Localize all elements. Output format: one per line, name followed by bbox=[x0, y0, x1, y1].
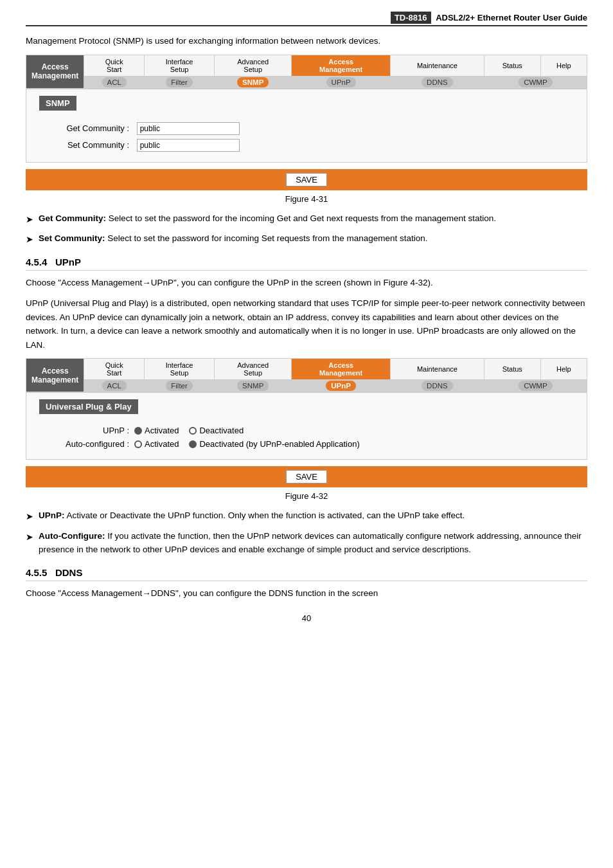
sub-cwmp[interactable]: CWMP bbox=[484, 76, 587, 88]
upnp-nav-maintenance[interactable]: Maintenance bbox=[390, 359, 484, 380]
upnp-radio-label: UPnP : bbox=[39, 426, 129, 435]
get-community-input[interactable] bbox=[137, 122, 240, 135]
figure-31-caption: Figure 4-31 bbox=[26, 194, 587, 204]
bullet-upnp-label: UPnP: bbox=[39, 511, 65, 520]
nav-maintenance[interactable]: Maintenance bbox=[390, 55, 484, 76]
snmp-content-area: SNMP Get Community : Set Community : bbox=[26, 89, 587, 163]
upnp-activated-radio[interactable] bbox=[134, 427, 142, 435]
upnp-save-button[interactable]: SAVE bbox=[286, 470, 327, 484]
upnp-nav-help[interactable]: Help bbox=[540, 359, 587, 380]
upnp-sub-ddns[interactable]: DDNS bbox=[390, 380, 484, 392]
sub-snmp[interactable]: SNMP bbox=[215, 76, 292, 88]
upnp-router-ui: Access Management QuickStart InterfaceSe… bbox=[26, 358, 587, 487]
upnp-activated-text: Activated bbox=[145, 426, 179, 435]
sub-upnp[interactable]: UPnP bbox=[292, 76, 391, 88]
upnp-deactivated-radio[interactable] bbox=[189, 427, 197, 435]
sub-filter[interactable]: Filter bbox=[145, 76, 215, 88]
upnp-sub-cwmp[interactable]: CWMP bbox=[484, 380, 587, 392]
autoconfig-activated-option[interactable]: Activated bbox=[134, 439, 179, 449]
autoconfig-deactivated-text: Deactivated (by UPnP-enabled Application… bbox=[199, 439, 359, 449]
upnp-sub-upnp[interactable]: UPnP bbox=[292, 380, 391, 392]
nav-access-management[interactable]: AccessManagement bbox=[292, 55, 391, 76]
upnp-intro2: UPnP (Universal Plug and Play) is a dist… bbox=[26, 296, 587, 352]
upnp-intro1: Choose "Access Management→UPnP", you can… bbox=[26, 276, 587, 290]
upnp-save-bar: SAVE bbox=[26, 466, 587, 487]
bullet-set-community: ➤ Set Community: Select to set the passw… bbox=[26, 231, 587, 246]
autoconfig-radio-row: Auto-configured : Activated Deactivated … bbox=[39, 439, 574, 449]
page-number: 40 bbox=[26, 613, 587, 623]
bullet-autoconfig: ➤ Auto-Configure: If you activate the fu… bbox=[26, 529, 587, 557]
bullet-set-text: Set Community: Select to set the passwor… bbox=[39, 231, 428, 246]
bullet-arrow-1: ➤ bbox=[26, 212, 33, 226]
bullet-upnp: ➤ UPnP: Activate or Deactivate the UPnP … bbox=[26, 509, 587, 523]
autoconfig-activated-radio[interactable] bbox=[134, 440, 142, 448]
nav-interface-setup[interactable]: InterfaceSetup bbox=[145, 55, 215, 76]
autoconfig-deactivated-option[interactable]: Deactivated (by UPnP-enabled Application… bbox=[189, 439, 359, 449]
upnp-sub-acl[interactable]: ACL bbox=[84, 380, 145, 392]
bullet-get-community: ➤ Get Community: Select to set the passw… bbox=[26, 212, 587, 226]
upnp-nav-table: Access Management QuickStart InterfaceSe… bbox=[26, 358, 587, 392]
page-title: ADSL2/2+ Ethernet Router User Guide bbox=[436, 13, 587, 23]
nav-advanced-setup[interactable]: AdvancedSetup bbox=[215, 55, 292, 76]
upnp-content-area: Universal Plug & Play UPnP : Activated D… bbox=[26, 392, 587, 460]
autoconfig-activated-text: Activated bbox=[145, 439, 179, 449]
upnp-nav-status[interactable]: Status bbox=[484, 359, 540, 380]
model-number: TD-8816 bbox=[391, 12, 431, 24]
bullet-arrow-3: ➤ bbox=[26, 509, 33, 523]
intro-text: Management Protocol (SNMP) is used for e… bbox=[26, 34, 587, 48]
ddns-intro: Choose "Access Management→DDNS", you can… bbox=[26, 586, 587, 601]
section-454-title: 4.5.4 UPnP bbox=[26, 257, 587, 271]
bullet-set-label: Set Community: bbox=[39, 233, 105, 243]
snmp-nav-table: Access Management QuickStart InterfaceSe… bbox=[26, 55, 587, 89]
bullet-upnp-text: UPnP: Activate or Deactivate the UPnP fu… bbox=[39, 509, 465, 523]
upnp-nav-advanced-setup[interactable]: AdvancedSetup bbox=[215, 359, 292, 380]
set-community-label: Set Community : bbox=[39, 140, 129, 150]
bullet-get-label: Get Community: bbox=[39, 213, 106, 223]
upnp-deactivated-text: Deactivated bbox=[199, 426, 244, 435]
nav-status[interactable]: Status bbox=[484, 55, 540, 76]
snmp-section-header: SNMP bbox=[39, 96, 76, 111]
upnp-deactivated-option[interactable]: Deactivated bbox=[189, 426, 244, 435]
set-community-input[interactable] bbox=[137, 139, 240, 152]
upnp-sub-snmp[interactable]: SNMP bbox=[215, 380, 292, 392]
get-community-label: Get Community : bbox=[39, 123, 129, 133]
page-header: TD-8816 ADSL2/2+ Ethernet Router User Gu… bbox=[26, 13, 587, 26]
upnp-nav-interface-setup[interactable]: InterfaceSetup bbox=[145, 359, 215, 380]
section-455-title: 4.5.5 DDNS bbox=[26, 567, 587, 581]
set-community-row: Set Community : bbox=[39, 139, 574, 152]
upnp-nav-access-management[interactable]: AccessManagement bbox=[292, 359, 391, 380]
upnp-nav-left: Access Management bbox=[26, 359, 84, 392]
bullet-autoconfig-label: Auto-Configure: bbox=[39, 531, 105, 541]
snmp-nav-left: Access Management bbox=[26, 55, 84, 88]
figure-32-caption: Figure 4-32 bbox=[26, 491, 587, 501]
nav-help[interactable]: Help bbox=[540, 55, 587, 76]
autoconfig-deactivated-radio[interactable] bbox=[189, 440, 197, 448]
autoconfig-label: Auto-configured : bbox=[39, 439, 129, 449]
upnp-nav-quick-start[interactable]: QuickStart bbox=[84, 359, 145, 380]
nav-quick-start[interactable]: QuickStart bbox=[84, 55, 145, 76]
snmp-save-button[interactable]: SAVE bbox=[286, 173, 327, 186]
snmp-save-bar: SAVE bbox=[26, 169, 587, 190]
get-community-row: Get Community : bbox=[39, 122, 574, 135]
sub-acl[interactable]: ACL bbox=[84, 76, 145, 88]
bullet-get-text: Get Community: Select to set the passwor… bbox=[39, 212, 496, 226]
bullet-arrow-2: ➤ bbox=[26, 232, 33, 246]
bullet-autoconfig-text: Auto-Configure: If you activate the func… bbox=[39, 529, 587, 557]
upnp-section-header: Universal Plug & Play bbox=[39, 399, 138, 414]
sub-ddns[interactable]: DDNS bbox=[390, 76, 484, 88]
upnp-sub-filter[interactable]: Filter bbox=[145, 380, 215, 392]
bullet-arrow-4: ➤ bbox=[26, 530, 33, 544]
upnp-radio-row: UPnP : Activated Deactivated bbox=[39, 426, 574, 435]
upnp-activated-option[interactable]: Activated bbox=[134, 426, 179, 435]
snmp-router-ui: Access Management QuickStart InterfaceSe… bbox=[26, 55, 587, 190]
